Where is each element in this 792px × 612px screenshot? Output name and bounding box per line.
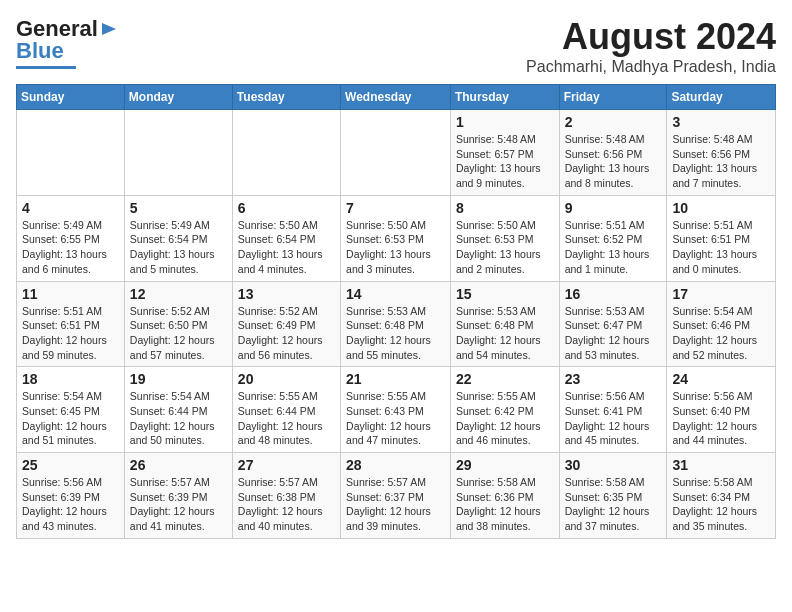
day-info: Sunrise: 5:54 AM Sunset: 6:46 PM Dayligh… xyxy=(672,304,770,363)
day-number: 1 xyxy=(456,114,554,130)
calendar-cell xyxy=(17,110,125,196)
month-year-title: August 2024 xyxy=(526,16,776,58)
day-number: 21 xyxy=(346,371,445,387)
calendar-cell: 20Sunrise: 5:55 AM Sunset: 6:44 PM Dayli… xyxy=(232,367,340,453)
calendar-cell: 15Sunrise: 5:53 AM Sunset: 6:48 PM Dayli… xyxy=(450,281,559,367)
calendar-cell: 27Sunrise: 5:57 AM Sunset: 6:38 PM Dayli… xyxy=(232,453,340,539)
calendar-cell: 16Sunrise: 5:53 AM Sunset: 6:47 PM Dayli… xyxy=(559,281,667,367)
day-number: 8 xyxy=(456,200,554,216)
calendar-cell: 6Sunrise: 5:50 AM Sunset: 6:54 PM Daylig… xyxy=(232,195,340,281)
calendar-cell: 23Sunrise: 5:56 AM Sunset: 6:41 PM Dayli… xyxy=(559,367,667,453)
day-number: 13 xyxy=(238,286,335,302)
day-number: 30 xyxy=(565,457,662,473)
day-number: 2 xyxy=(565,114,662,130)
calendar-cell: 2Sunrise: 5:48 AM Sunset: 6:56 PM Daylig… xyxy=(559,110,667,196)
day-info: Sunrise: 5:56 AM Sunset: 6:39 PM Dayligh… xyxy=(22,475,119,534)
day-number: 10 xyxy=(672,200,770,216)
day-header-friday: Friday xyxy=(559,85,667,110)
day-info: Sunrise: 5:49 AM Sunset: 6:55 PM Dayligh… xyxy=(22,218,119,277)
day-header-thursday: Thursday xyxy=(450,85,559,110)
day-number: 3 xyxy=(672,114,770,130)
day-number: 5 xyxy=(130,200,227,216)
day-number: 19 xyxy=(130,371,227,387)
day-info: Sunrise: 5:48 AM Sunset: 6:56 PM Dayligh… xyxy=(565,132,662,191)
calendar-cell: 12Sunrise: 5:52 AM Sunset: 6:50 PM Dayli… xyxy=(124,281,232,367)
day-info: Sunrise: 5:57 AM Sunset: 6:38 PM Dayligh… xyxy=(238,475,335,534)
day-info: Sunrise: 5:48 AM Sunset: 6:57 PM Dayligh… xyxy=(456,132,554,191)
day-info: Sunrise: 5:48 AM Sunset: 6:56 PM Dayligh… xyxy=(672,132,770,191)
day-info: Sunrise: 5:52 AM Sunset: 6:49 PM Dayligh… xyxy=(238,304,335,363)
calendar-cell: 4Sunrise: 5:49 AM Sunset: 6:55 PM Daylig… xyxy=(17,195,125,281)
day-number: 24 xyxy=(672,371,770,387)
calendar-cell xyxy=(124,110,232,196)
day-info: Sunrise: 5:57 AM Sunset: 6:37 PM Dayligh… xyxy=(346,475,445,534)
day-number: 16 xyxy=(565,286,662,302)
calendar-cell: 17Sunrise: 5:54 AM Sunset: 6:46 PM Dayli… xyxy=(667,281,776,367)
calendar-cell: 21Sunrise: 5:55 AM Sunset: 6:43 PM Dayli… xyxy=(341,367,451,453)
day-number: 26 xyxy=(130,457,227,473)
day-info: Sunrise: 5:51 AM Sunset: 6:51 PM Dayligh… xyxy=(672,218,770,277)
day-number: 23 xyxy=(565,371,662,387)
calendar-cell: 30Sunrise: 5:58 AM Sunset: 6:35 PM Dayli… xyxy=(559,453,667,539)
day-header-wednesday: Wednesday xyxy=(341,85,451,110)
calendar-cell xyxy=(341,110,451,196)
calendar-cell: 29Sunrise: 5:58 AM Sunset: 6:36 PM Dayli… xyxy=(450,453,559,539)
calendar-week-row: 25Sunrise: 5:56 AM Sunset: 6:39 PM Dayli… xyxy=(17,453,776,539)
calendar-cell: 26Sunrise: 5:57 AM Sunset: 6:39 PM Dayli… xyxy=(124,453,232,539)
calendar-week-row: 18Sunrise: 5:54 AM Sunset: 6:45 PM Dayli… xyxy=(17,367,776,453)
calendar-cell: 11Sunrise: 5:51 AM Sunset: 6:51 PM Dayli… xyxy=(17,281,125,367)
day-number: 17 xyxy=(672,286,770,302)
day-info: Sunrise: 5:58 AM Sunset: 6:34 PM Dayligh… xyxy=(672,475,770,534)
day-info: Sunrise: 5:49 AM Sunset: 6:54 PM Dayligh… xyxy=(130,218,227,277)
day-header-tuesday: Tuesday xyxy=(232,85,340,110)
day-info: Sunrise: 5:51 AM Sunset: 6:51 PM Dayligh… xyxy=(22,304,119,363)
day-info: Sunrise: 5:55 AM Sunset: 6:42 PM Dayligh… xyxy=(456,389,554,448)
calendar-cell: 28Sunrise: 5:57 AM Sunset: 6:37 PM Dayli… xyxy=(341,453,451,539)
calendar-cell: 1Sunrise: 5:48 AM Sunset: 6:57 PM Daylig… xyxy=(450,110,559,196)
day-number: 29 xyxy=(456,457,554,473)
day-number: 27 xyxy=(238,457,335,473)
logo: General Blue xyxy=(16,16,118,69)
day-info: Sunrise: 5:53 AM Sunset: 6:47 PM Dayligh… xyxy=(565,304,662,363)
day-info: Sunrise: 5:55 AM Sunset: 6:43 PM Dayligh… xyxy=(346,389,445,448)
day-info: Sunrise: 5:50 AM Sunset: 6:53 PM Dayligh… xyxy=(456,218,554,277)
day-info: Sunrise: 5:56 AM Sunset: 6:41 PM Dayligh… xyxy=(565,389,662,448)
day-info: Sunrise: 5:52 AM Sunset: 6:50 PM Dayligh… xyxy=(130,304,227,363)
calendar-cell: 7Sunrise: 5:50 AM Sunset: 6:53 PM Daylig… xyxy=(341,195,451,281)
day-number: 22 xyxy=(456,371,554,387)
calendar-week-row: 1Sunrise: 5:48 AM Sunset: 6:57 PM Daylig… xyxy=(17,110,776,196)
calendar-cell: 10Sunrise: 5:51 AM Sunset: 6:51 PM Dayli… xyxy=(667,195,776,281)
day-number: 31 xyxy=(672,457,770,473)
day-number: 6 xyxy=(238,200,335,216)
day-number: 15 xyxy=(456,286,554,302)
calendar-cell: 8Sunrise: 5:50 AM Sunset: 6:53 PM Daylig… xyxy=(450,195,559,281)
day-number: 14 xyxy=(346,286,445,302)
calendar-week-row: 4Sunrise: 5:49 AM Sunset: 6:55 PM Daylig… xyxy=(17,195,776,281)
day-number: 25 xyxy=(22,457,119,473)
calendar-cell: 5Sunrise: 5:49 AM Sunset: 6:54 PM Daylig… xyxy=(124,195,232,281)
calendar-cell: 25Sunrise: 5:56 AM Sunset: 6:39 PM Dayli… xyxy=(17,453,125,539)
day-info: Sunrise: 5:50 AM Sunset: 6:53 PM Dayligh… xyxy=(346,218,445,277)
location-subtitle: Pachmarhi, Madhya Pradesh, India xyxy=(526,58,776,76)
calendar-table: SundayMondayTuesdayWednesdayThursdayFrid… xyxy=(16,84,776,539)
day-info: Sunrise: 5:58 AM Sunset: 6:35 PM Dayligh… xyxy=(565,475,662,534)
calendar-cell: 24Sunrise: 5:56 AM Sunset: 6:40 PM Dayli… xyxy=(667,367,776,453)
day-info: Sunrise: 5:55 AM Sunset: 6:44 PM Dayligh… xyxy=(238,389,335,448)
title-block: August 2024 Pachmarhi, Madhya Pradesh, I… xyxy=(526,16,776,76)
day-info: Sunrise: 5:58 AM Sunset: 6:36 PM Dayligh… xyxy=(456,475,554,534)
day-number: 11 xyxy=(22,286,119,302)
calendar-header-row: SundayMondayTuesdayWednesdayThursdayFrid… xyxy=(17,85,776,110)
calendar-cell: 18Sunrise: 5:54 AM Sunset: 6:45 PM Dayli… xyxy=(17,367,125,453)
day-info: Sunrise: 5:53 AM Sunset: 6:48 PM Dayligh… xyxy=(346,304,445,363)
calendar-cell xyxy=(232,110,340,196)
day-number: 7 xyxy=(346,200,445,216)
calendar-cell: 19Sunrise: 5:54 AM Sunset: 6:44 PM Dayli… xyxy=(124,367,232,453)
calendar-week-row: 11Sunrise: 5:51 AM Sunset: 6:51 PM Dayli… xyxy=(17,281,776,367)
day-number: 20 xyxy=(238,371,335,387)
day-info: Sunrise: 5:51 AM Sunset: 6:52 PM Dayligh… xyxy=(565,218,662,277)
day-info: Sunrise: 5:54 AM Sunset: 6:44 PM Dayligh… xyxy=(130,389,227,448)
day-number: 18 xyxy=(22,371,119,387)
day-header-saturday: Saturday xyxy=(667,85,776,110)
day-header-sunday: Sunday xyxy=(17,85,125,110)
day-info: Sunrise: 5:56 AM Sunset: 6:40 PM Dayligh… xyxy=(672,389,770,448)
